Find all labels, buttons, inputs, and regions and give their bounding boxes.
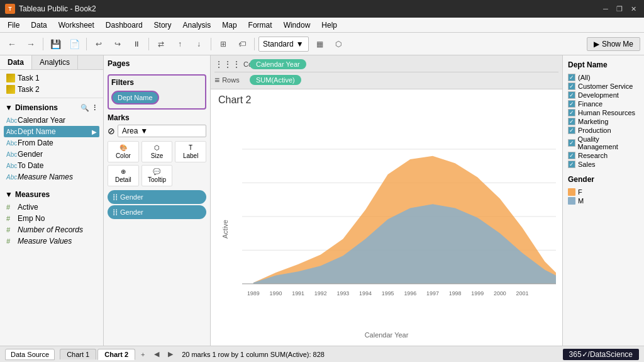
legend-dev-item[interactable]: ✓ Development xyxy=(568,91,639,99)
pause-button[interactable]: ⏸ xyxy=(128,36,145,52)
menu-dashboard[interactable]: Dashboard xyxy=(101,20,148,31)
view-dropdown[interactable]: Standard ▼ xyxy=(258,37,309,52)
measure-numrecords[interactable]: # Number of Records xyxy=(4,224,99,235)
legend-finance-item[interactable]: ✓ Finance xyxy=(568,99,639,108)
legend-hr-item[interactable]: ✓ Human Resources xyxy=(568,108,639,117)
marks-gender-color-label: Gender xyxy=(120,193,143,201)
save-button[interactable]: 💾 xyxy=(47,36,64,52)
minimize-button[interactable]: ─ xyxy=(600,3,611,14)
legend-production-check[interactable]: ✓ xyxy=(568,127,575,134)
rows-sum-active-pill[interactable]: SUM(Active) xyxy=(250,75,301,85)
dimensions-options-icon[interactable]: ⋮ xyxy=(91,104,98,112)
menu-file[interactable]: File xyxy=(3,20,25,31)
toolbar-separator-3 xyxy=(148,38,149,50)
legend-all-check[interactable]: ✓ xyxy=(568,74,575,81)
legend-qm-item[interactable]: ✓ Quality Management xyxy=(568,135,639,151)
chart2-tab[interactable]: Chart 2 xyxy=(97,349,135,360)
measure-empno[interactable]: # Emp No xyxy=(4,213,99,224)
redo-button[interactable]: ↪ xyxy=(109,36,126,52)
dim-calendar-year[interactable]: Abc Calendar Year xyxy=(4,115,99,126)
tab-analytics[interactable]: Analytics xyxy=(32,55,78,69)
legend-production-item[interactable]: ✓ Production xyxy=(568,126,639,135)
menu-data[interactable]: Data xyxy=(26,20,52,31)
dim-measure-names[interactable]: Abc Measure Names xyxy=(4,171,99,183)
dept-name-filter-pill[interactable]: Dept Name xyxy=(111,91,159,105)
marks-gender-detail-label: Gender xyxy=(120,208,143,216)
restore-button[interactable]: ❐ xyxy=(614,3,625,14)
dim-gender[interactable]: Abc Gender xyxy=(4,149,99,160)
legend-sales-check[interactable]: ✓ xyxy=(568,161,575,168)
legend-research-item[interactable]: ✓ Research xyxy=(568,151,639,160)
task-2-item[interactable]: Task 2 xyxy=(4,84,99,95)
legend-gender-m: M xyxy=(568,196,639,205)
legend-hr-check[interactable]: ✓ xyxy=(568,109,575,116)
marks-size-btn[interactable]: ⬡ Size xyxy=(142,141,173,162)
task-1-item[interactable]: Task 1 xyxy=(4,72,99,84)
fit-button[interactable]: ⊞ xyxy=(215,36,231,52)
toolbar-separator-1 xyxy=(43,38,43,50)
x-axis-label: Calendar Year xyxy=(365,331,409,339)
legend-sales-label: Sales xyxy=(578,161,596,168)
measure-values[interactable]: # Measure Values xyxy=(4,235,99,247)
menu-map[interactable]: Map xyxy=(217,20,242,31)
forward-button[interactable]: → xyxy=(23,36,39,52)
columns-calendar-year-pill[interactable]: Calendar Year xyxy=(250,59,306,69)
legend-marketing-check[interactable]: ✓ xyxy=(568,118,575,125)
undo-button[interactable]: ↩ xyxy=(91,36,107,52)
close-button[interactable]: ✕ xyxy=(628,3,639,14)
dimensions-search-icon[interactable]: 🔍 xyxy=(80,104,89,112)
marks-color-btn[interactable]: 🎨 Color xyxy=(108,141,139,162)
marks-detail-dots-icon: ⁞⁞ xyxy=(113,207,118,217)
legend-dev-check[interactable]: ✓ xyxy=(568,91,575,99)
marks-type-dropdown[interactable]: Area ▼ xyxy=(118,125,206,137)
menu-help[interactable]: Help xyxy=(316,20,342,31)
dim-from-date[interactable]: Abc From Date xyxy=(4,137,99,149)
marks-gender-detail-field[interactable]: ⁞⁞ Gender xyxy=(108,205,206,219)
marks-gender-color-field[interactable]: ⁞⁞ Gender xyxy=(108,190,206,204)
swap-button[interactable]: ⇄ xyxy=(153,36,169,52)
legend-hr-label: Human Resources xyxy=(578,109,635,116)
menu-format[interactable]: Format xyxy=(243,20,277,31)
dimensions-header[interactable]: ▼ Dimensions 🔍 ⋮ xyxy=(4,101,99,115)
sort-asc-button[interactable]: ↑ xyxy=(172,36,188,52)
legend-marketing-item[interactable]: ✓ Marketing xyxy=(568,117,639,126)
back-button[interactable]: ← xyxy=(4,36,20,52)
dim-to-date[interactable]: Abc To Date xyxy=(4,160,99,171)
legend-customer-check[interactable]: ✓ xyxy=(568,82,575,90)
chart-title: Chart 2 xyxy=(211,89,562,108)
marks-detail-btn[interactable]: ⊕ Detail xyxy=(108,165,139,186)
marks-area-icon: ⊘ xyxy=(108,126,115,136)
marks-tooltip-btn[interactable]: 💬 Tooltip xyxy=(142,165,173,186)
sheet-left-button[interactable]: ◀ xyxy=(150,348,163,361)
measure-active[interactable]: # Active xyxy=(4,201,99,213)
datasource-tab[interactable]: Data Source xyxy=(5,349,55,360)
menu-story[interactable]: Story xyxy=(149,20,177,31)
add-sheet-button[interactable]: + xyxy=(136,348,149,361)
gender-m-swatch xyxy=(568,197,575,205)
marks-label-btn[interactable]: T Label xyxy=(175,141,206,162)
legend-qm-check[interactable]: ✓ xyxy=(568,139,575,147)
sheet-right-button[interactable]: ▶ xyxy=(164,348,177,361)
svg-text:1992: 1992 xyxy=(314,290,327,297)
chart1-tab[interactable]: Chart 1 xyxy=(60,349,96,359)
legend-finance-check[interactable]: ✓ xyxy=(568,100,575,108)
share-button[interactable]: ⬡ xyxy=(330,36,347,52)
menu-worksheet[interactable]: Worksheet xyxy=(53,20,99,31)
legend-research-check[interactable]: ✓ xyxy=(568,152,575,159)
legend-sales-item[interactable]: ✓ Sales xyxy=(568,160,639,169)
sort-desc-button[interactable]: ↓ xyxy=(191,36,207,52)
show-me-button[interactable]: ▶ Show Me xyxy=(587,37,640,51)
bar-chart-button[interactable]: ▦ xyxy=(311,36,328,52)
legend-all-item[interactable]: ✓ (All) xyxy=(568,73,639,82)
legend-customer-item[interactable]: ✓ Customer Service xyxy=(568,82,639,91)
menu-analysis[interactable]: Analysis xyxy=(178,20,216,31)
measures-header[interactable]: ▼ Measures xyxy=(4,188,99,201)
dim-dept-name[interactable]: Abc Dept Name ▶ xyxy=(4,126,99,137)
measures-collapse-icon: ▼ xyxy=(5,190,13,199)
svg-text:2000: 2000 xyxy=(494,290,506,297)
label-button[interactable]: 🏷 xyxy=(234,36,250,52)
menu-window[interactable]: Window xyxy=(279,20,316,31)
tab-data[interactable]: Data xyxy=(0,55,32,69)
hash-icon-2: # xyxy=(6,215,15,222)
new-button[interactable]: 📄 xyxy=(66,36,82,52)
